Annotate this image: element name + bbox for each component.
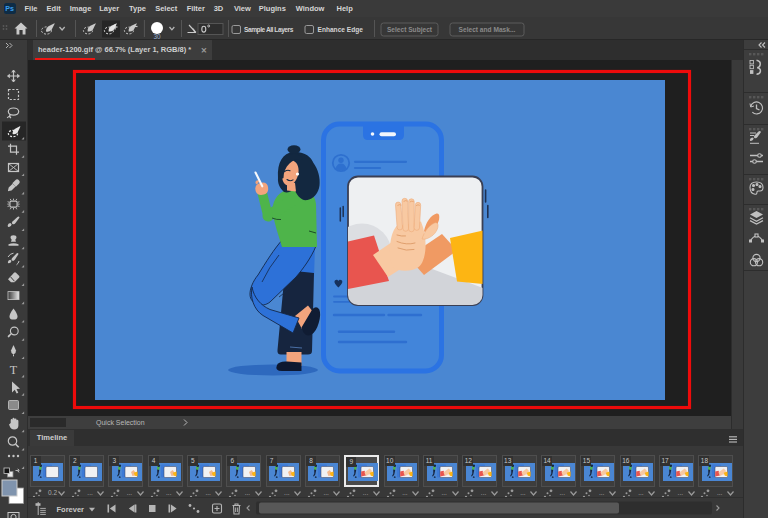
svg-text:Select and Mask...: Select and Mask... bbox=[459, 26, 516, 33]
svg-text:30: 30 bbox=[153, 33, 161, 40]
svg-text:Forever: Forever bbox=[57, 505, 85, 514]
svg-text:Enhance Edge: Enhance Edge bbox=[318, 26, 364, 34]
svg-text:Sample All Layers: Sample All Layers bbox=[244, 26, 294, 34]
svg-text:T: T bbox=[10, 363, 18, 377]
svg-text:Select Subject: Select Subject bbox=[387, 26, 433, 34]
